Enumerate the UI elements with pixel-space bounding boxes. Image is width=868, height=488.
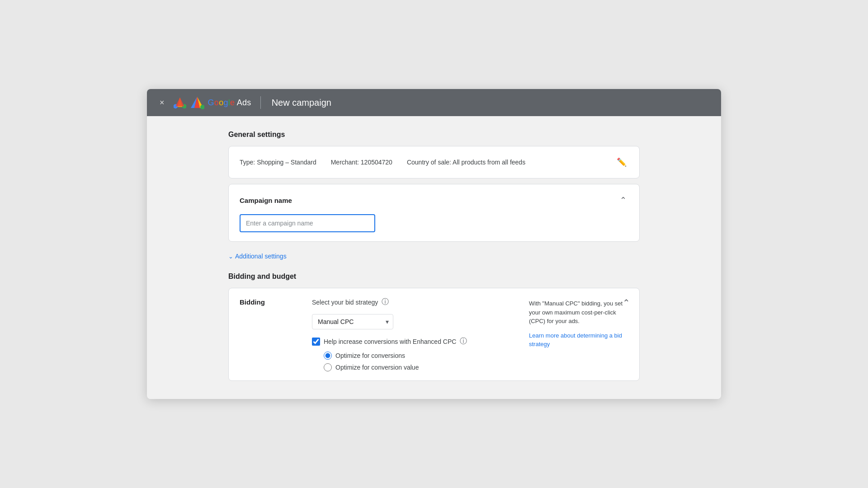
additional-settings-label: Additional settings [235, 253, 287, 260]
bidding-info-text: With "Manual CPC" bidding, you set your … [529, 299, 628, 326]
optimize-conversions-radio[interactable] [324, 352, 332, 360]
campaign-name-card: Campaign name ⌃ [228, 184, 640, 242]
bid-strategy-help-icon[interactable]: ⓘ [382, 297, 389, 307]
campaign-name-header: Campaign name ⌃ [240, 193, 628, 207]
close-button[interactable]: × [156, 97, 168, 108]
general-settings-heading: General settings [228, 131, 640, 139]
optimize-conversions-row: Optimize for conversions [324, 352, 511, 360]
optimize-conversion-value-radio[interactable] [324, 363, 332, 371]
bidding-info-link[interactable]: Learn more about determining a bid strat… [529, 332, 622, 348]
titlebar: × G [147, 89, 721, 116]
enhanced-cpc-checkbox[interactable] [312, 338, 320, 346]
campaign-name-label: Campaign name [240, 197, 292, 204]
country-info: Country of sale: All products from all f… [407, 159, 525, 166]
type-info: Type: Shopping – Standard [240, 159, 316, 166]
optimize-conversion-value-row: Optimize for conversion value [324, 363, 511, 371]
bidding-controls: Select your bid strategy ⓘ Manual CPC Ta… [312, 297, 511, 371]
settings-info-row: Type: Shopping – Standard Merchant: 1205… [229, 146, 639, 178]
merchant-info: Merchant: 120504720 [331, 159, 392, 166]
main-window: × G [147, 89, 721, 399]
enhanced-cpc-help-icon[interactable]: ⓘ [460, 337, 467, 346]
settings-info-card: Type: Shopping – Standard Merchant: 1205… [228, 146, 640, 178]
page-title: New campaign [272, 98, 331, 108]
bidding-budget-heading: Bidding and budget [228, 272, 640, 281]
bidding-label: Bidding [240, 297, 294, 371]
content-area: General settings Type: Shopping – Standa… [147, 116, 721, 399]
campaign-name-collapse-button[interactable]: ⌃ [618, 193, 628, 207]
optimize-conversion-value-label: Optimize for conversion value [335, 364, 419, 371]
optimization-radio-group: Optimize for conversions Optimize for co… [324, 352, 511, 371]
bidding-card: Bidding Select your bid strategy ⓘ Manua… [228, 288, 640, 381]
additional-settings-link[interactable]: ⌄ Additional settings [228, 251, 287, 262]
google-ads-logo: Google Ads [174, 95, 251, 110]
logo-icon [190, 95, 204, 110]
bid-strategy-select-wrapper: Manual CPC Target CPA Target ROAS Maximi… [312, 314, 393, 329]
bid-strategy-row: Select your bid strategy ⓘ [312, 297, 511, 307]
chevron-down-icon: ⌄ [228, 253, 233, 260]
google-ads-logo-icon [174, 96, 186, 109]
campaign-name-input[interactable] [240, 214, 375, 232]
optimize-conversions-label: Optimize for conversions [335, 352, 405, 359]
google-ads-text: Google Ads [208, 98, 251, 108]
svg-marker-4 [175, 98, 184, 107]
bidding-inner: Bidding Select your bid strategy ⓘ Manua… [229, 288, 639, 380]
bid-strategy-select[interactable]: Manual CPC Target CPA Target ROAS Maximi… [312, 314, 393, 329]
bid-strategy-label: Select your bid strategy [312, 299, 378, 306]
edit-settings-button[interactable]: ✏️ [615, 155, 628, 169]
titlebar-divider [260, 96, 261, 109]
enhanced-cpc-label: Help increase conversions with Enhanced … [324, 338, 456, 345]
bidding-collapse-button[interactable]: ⌃ [623, 297, 630, 308]
bidding-info-col: With "Manual CPC" bidding, you set your … [529, 297, 628, 371]
enhanced-cpc-checkbox-row: Help increase conversions with Enhanced … [312, 337, 511, 346]
campaign-name-section: Campaign name ⌃ [229, 184, 639, 241]
